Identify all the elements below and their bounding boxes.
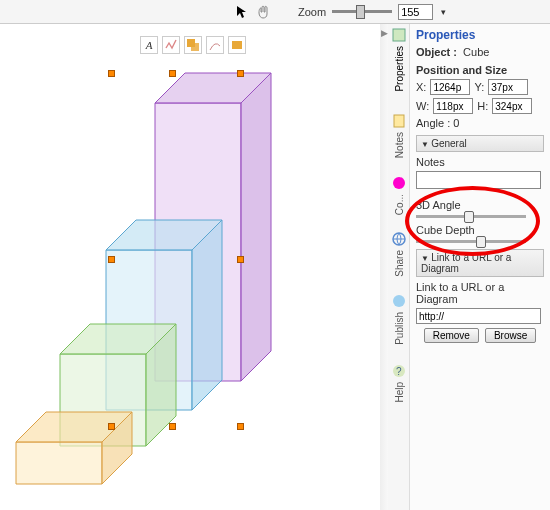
svg-marker-5 xyxy=(241,73,271,381)
handle-se[interactable] xyxy=(237,423,244,430)
tab-properties-label: Properties xyxy=(394,46,405,92)
browse-button[interactable]: Browse xyxy=(485,328,536,343)
svg-point-19 xyxy=(393,295,405,307)
tab-share-label: Share xyxy=(394,250,405,277)
colors-icon xyxy=(391,175,407,191)
object-value: Cube xyxy=(463,46,489,58)
svg-marker-8 xyxy=(192,220,222,410)
y-label: Y: xyxy=(474,81,484,93)
h-label: H: xyxy=(477,100,488,112)
side-tabs: Properties Notes Co... Share Publish ? H… xyxy=(388,24,410,510)
tab-notes-label: Notes xyxy=(394,132,405,158)
tab-properties[interactable]: Properties xyxy=(388,24,410,110)
panel-title: Properties xyxy=(416,28,544,42)
tab-publish-label: Publish xyxy=(394,312,405,345)
handle-sw[interactable] xyxy=(108,423,115,430)
publish-icon xyxy=(391,293,407,309)
svg-rect-16 xyxy=(394,115,404,127)
tab-publish[interactable]: Publish xyxy=(388,290,410,360)
w-label: W: xyxy=(416,100,429,112)
svg-text:?: ? xyxy=(396,366,402,377)
x-input[interactable] xyxy=(430,79,470,95)
link-label: Link to a URL or a Diagram xyxy=(416,281,544,305)
zoom-label: Zoom xyxy=(298,6,326,18)
collapse-icon[interactable]: ▶ xyxy=(381,28,388,38)
handle-e[interactable] xyxy=(237,256,244,263)
handle-s[interactable] xyxy=(169,423,176,430)
handle-n[interactable] xyxy=(169,70,176,77)
link-input[interactable] xyxy=(416,308,541,324)
angle-value: 0 xyxy=(453,117,459,129)
remove-button[interactable]: Remove xyxy=(424,328,479,343)
top-toolbar: Zoom ▾ xyxy=(0,0,550,24)
share-icon xyxy=(391,231,407,247)
w-input[interactable] xyxy=(433,98,473,114)
svg-rect-15 xyxy=(393,29,405,41)
zoom-slider[interactable] xyxy=(332,10,392,13)
tab-colors[interactable]: Co... xyxy=(388,172,410,228)
canvas[interactable]: A xyxy=(0,24,380,510)
notes-input[interactable] xyxy=(416,171,541,189)
tab-help-label: Help xyxy=(394,382,405,403)
tab-notes[interactable]: Notes xyxy=(388,110,410,172)
zoom-input[interactable] xyxy=(398,4,433,20)
cube-depth-slider[interactable] xyxy=(416,240,526,243)
svg-point-17 xyxy=(393,177,405,189)
notes-icon xyxy=(391,113,407,129)
general-section-header[interactable]: General xyxy=(416,135,544,152)
properties-panel: Properties Object : Cube Position and Si… xyxy=(410,24,550,510)
tab-share[interactable]: Share xyxy=(388,228,410,290)
link-section-header[interactable]: Link to a URL or a Diagram xyxy=(416,249,544,277)
svg-marker-12 xyxy=(16,442,102,484)
notes-label: Notes xyxy=(416,156,544,168)
x-label: X: xyxy=(416,81,426,93)
3d-angle-slider[interactable] xyxy=(416,215,526,218)
panel-splitter[interactable]: ▶ xyxy=(380,24,388,510)
3d-angle-label: 3D Angle xyxy=(416,199,544,211)
handle-nw[interactable] xyxy=(108,70,115,77)
properties-icon xyxy=(391,27,407,43)
help-icon: ? xyxy=(391,363,407,379)
tab-colors-label: Co... xyxy=(394,194,405,215)
angle-label: Angle : xyxy=(416,117,450,129)
hand-tool[interactable] xyxy=(254,4,272,20)
y-input[interactable] xyxy=(488,79,528,95)
pointer-tool[interactable] xyxy=(232,4,250,20)
zoom-dropdown[interactable]: ▾ xyxy=(441,7,446,17)
handle-w[interactable] xyxy=(108,256,115,263)
pos-size-heading: Position and Size xyxy=(416,64,544,76)
object-label: Object : xyxy=(416,46,457,58)
cube-depth-label: Cube Depth xyxy=(416,224,544,236)
h-input[interactable] xyxy=(492,98,532,114)
handle-ne[interactable] xyxy=(237,70,244,77)
tab-help[interactable]: ? Help xyxy=(388,360,410,416)
cubes-svg xyxy=(0,24,380,510)
